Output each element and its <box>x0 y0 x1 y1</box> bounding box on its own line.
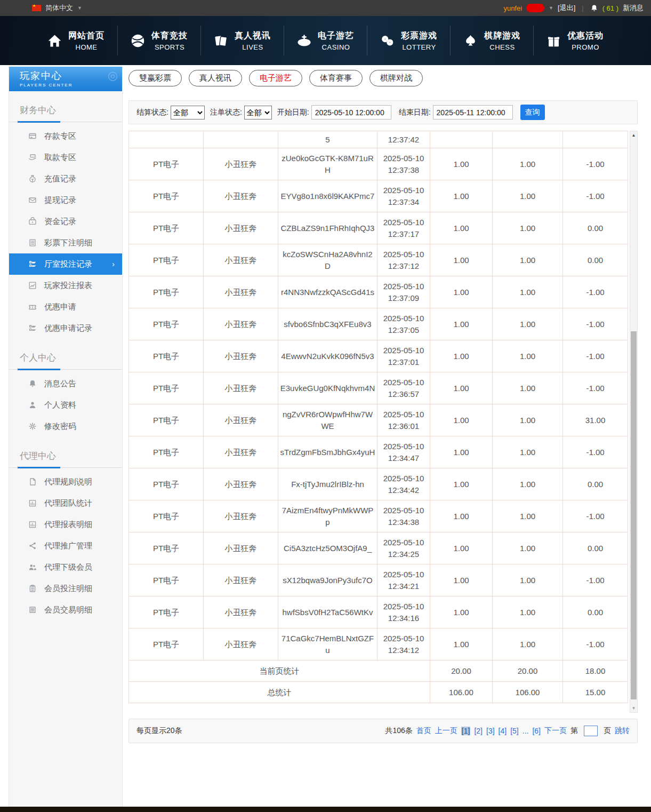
table-cell: 1.00 <box>430 564 493 596</box>
page-number-link[interactable]: [6] <box>532 727 541 735</box>
jump-action-link[interactable]: 跳转 <box>615 726 630 736</box>
table-cell: PT电子 <box>129 372 204 404</box>
nav-item-promo[interactable]: 优惠活动 PROMO <box>533 26 616 55</box>
page-ellipsis: ... <box>523 727 529 735</box>
bets-table: 512:37:42 PT电子小丑狂奔zUe0koGcGTK-K8M71uRH 2… <box>128 131 628 703</box>
table-cell: 1.00 <box>493 212 563 244</box>
settle-status-select[interactable]: 全部 <box>171 106 205 120</box>
table-cell: 2025-05-1012:37:05 <box>377 308 430 340</box>
nav-label-zh: 棋牌游戏 <box>484 30 520 42</box>
language-selector[interactable]: 简体中文 <box>45 3 73 13</box>
page-number-link[interactable]: [2] <box>474 727 483 735</box>
page-number-link[interactable]: [5] <box>510 727 519 735</box>
document-icon <box>28 477 37 486</box>
table-cell: PT电子 <box>129 340 204 372</box>
table-cell: 小丑狂奔 <box>204 372 278 404</box>
sidebar-item[interactable]: 优惠申请 <box>9 296 122 317</box>
table-cell: r4NN3NwfzzkQAScGd41s <box>278 276 377 308</box>
total-count-label: 共106条 <box>385 726 413 736</box>
scroll-down-arrow[interactable]: ▼ <box>630 704 637 712</box>
table-cell: CZBLaZS9n1FhRhIqhQJ3 <box>278 212 377 244</box>
main-nav: 网站首页 HOME 体育竞技 SPORTS 真人视讯 LIVES 电子游艺 CA… <box>0 16 651 65</box>
sidebar-item[interactable]: 彩票下注明细 <box>9 232 122 253</box>
nav-item-lives[interactable]: 真人视讯 LIVES <box>200 26 284 55</box>
footer-strip <box>0 807 651 812</box>
sidebar-item[interactable]: 资金记录 <box>9 211 122 232</box>
tab-2[interactable]: 真人视讯 <box>189 70 242 86</box>
sidebar-item-label: 个人资料 <box>44 400 76 410</box>
sidebar-item[interactable]: 个人资料 <box>9 394 122 416</box>
sidebar-item[interactable]: 充值记录 <box>9 168 122 189</box>
table-row: PT电子小丑狂奔E3uvkeGUg0KfNqkhvm4N 2025-05-101… <box>129 372 628 404</box>
page-number-link[interactable]: [4] <box>499 727 507 735</box>
chevron-down-icon[interactable]: ▼ <box>77 5 82 11</box>
table-cell: -1.00 <box>563 500 628 532</box>
bell-icon[interactable] <box>590 4 598 12</box>
table-cell: 2025-05-1012:34:12 <box>377 628 430 660</box>
table-row: PT电子小丑狂奔71CaGkc7HemBLNxtGZFu 2025-05-101… <box>129 628 628 660</box>
chevron-down-icon[interactable]: ▼ <box>549 5 553 11</box>
table-cell: 2025-05-1012:34:42 <box>377 468 430 500</box>
logout-link[interactable]: [退出] <box>558 3 575 13</box>
page-number-link[interactable]: [1] <box>461 727 471 735</box>
tab-4[interactable]: 体育赛事 <box>309 70 363 86</box>
prev-page-link[interactable]: 上一页 <box>435 726 457 736</box>
cn-flag-icon <box>32 5 41 11</box>
tab-3[interactable]: 电子游艺 <box>249 70 302 86</box>
nav-label-en: HOME <box>76 43 98 51</box>
nav-item-sports[interactable]: 体育竞技 SPORTS <box>117 26 200 55</box>
sports-icon <box>131 34 145 48</box>
vertical-scrollbar[interactable]: ▲ ▼ <box>630 131 638 713</box>
sidebar-item[interactable]: 代理推广管理 <box>9 535 122 556</box>
table-cell: 小丑狂奔 <box>204 532 278 564</box>
page-number-link[interactable]: [3] <box>486 727 495 735</box>
table-cell <box>430 131 493 148</box>
table-row: PT电子小丑狂奔ngZvVR6rOWpwfHhw7WWE 2025-05-101… <box>129 404 628 436</box>
table-cell: 1.00 <box>493 436 563 468</box>
sidebar: 玩家中心 PLAYERS CENTER ◎ 财务中心 存款专区 取款专区 充值记… <box>9 67 123 807</box>
scrollbar-thumb[interactable] <box>631 331 637 699</box>
sidebar-item[interactable]: 代理下级会员 <box>9 556 122 578</box>
sidebar-item[interactable]: 会员交易明细 <box>9 599 122 620</box>
start-date-input[interactable] <box>311 105 391 120</box>
order-status-select[interactable]: 全部 <box>244 106 272 120</box>
table-cell: -1.00 <box>563 308 628 340</box>
username-label[interactable]: yunfei <box>503 4 522 12</box>
tab-1[interactable]: 雙赢彩票 <box>128 70 182 86</box>
bank-card-icon <box>28 132 37 140</box>
sidebar-item[interactable]: 会员投注明细 <box>9 578 122 599</box>
first-page-link[interactable]: 首页 <box>416 726 431 736</box>
table-cell: 1.00 <box>430 308 493 340</box>
message-count[interactable]: ( 61 ) <box>602 4 618 12</box>
sidebar-item[interactable]: 消息公告 <box>9 373 122 394</box>
nav-item-chess[interactable]: 棋牌游戏 CHESS <box>450 26 533 55</box>
withdraw-hand-icon <box>28 153 37 162</box>
nav-item-home[interactable]: 网站首页 HOME <box>35 26 117 55</box>
table-cell: 小丑狂奔 <box>204 436 278 468</box>
sidebar-item[interactable]: 玩家投注报表 <box>9 275 122 296</box>
chevron-right-icon: › <box>112 260 115 268</box>
end-date-input[interactable] <box>433 105 513 120</box>
nav-item-casino[interactable]: 电子游艺 CASINO <box>284 26 367 55</box>
sidebar-item[interactable]: 优惠申请记录 <box>9 317 122 339</box>
table-cell: 4EwwvN2uKvkK096fN5v3 <box>278 340 377 372</box>
nav-item-lottery[interactable]: 彩票游戏 LOTTERY <box>367 26 450 55</box>
jump-page-input[interactable] <box>584 726 598 736</box>
search-button[interactable]: 查询 <box>520 105 545 120</box>
next-page-link[interactable]: 下一页 <box>544 726 567 736</box>
filter-bar: 结算状态: 全部 注单状态: 全部 开始日期: 结束日期: 查询 <box>128 100 638 124</box>
gift-icon <box>546 34 561 48</box>
sidebar-item[interactable]: 取款专区 <box>9 147 122 168</box>
table-cell: 1.00 <box>430 500 493 532</box>
sidebar-item[interactable]: 代理团队统计 <box>9 492 122 514</box>
tab-5[interactable]: 棋牌对战 <box>369 70 423 86</box>
sidebar-item[interactable]: 存款专区 <box>9 125 122 147</box>
sidebar-item[interactable]: 厅室投注记录› <box>9 253 122 275</box>
scroll-up-arrow[interactable]: ▲ <box>630 131 637 139</box>
sidebar-item[interactable]: 修改密码 <box>9 416 122 437</box>
nav-label-zh: 网站首页 <box>68 30 105 42</box>
sidebar-item[interactable]: 代理规则说明 <box>9 471 122 492</box>
message-label[interactable]: 新消息 <box>623 3 644 13</box>
sidebar-item[interactable]: 提现记录 <box>9 189 122 211</box>
sidebar-item[interactable]: 代理报表明细 <box>9 514 122 535</box>
